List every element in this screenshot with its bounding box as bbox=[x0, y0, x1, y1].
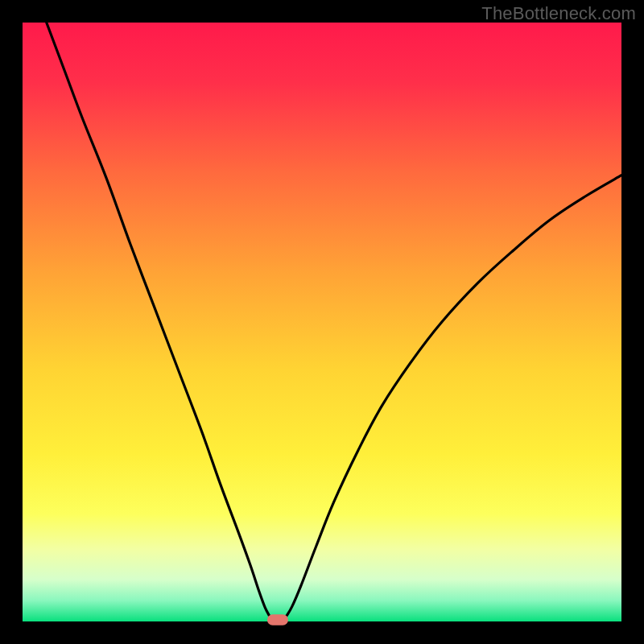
bottleneck-chart bbox=[0, 0, 644, 644]
chart-frame: TheBottleneck.com bbox=[0, 0, 644, 644]
watermark-text: TheBottleneck.com bbox=[481, 3, 636, 24]
marker-layer bbox=[267, 614, 288, 625]
optimal-marker bbox=[267, 614, 288, 625]
